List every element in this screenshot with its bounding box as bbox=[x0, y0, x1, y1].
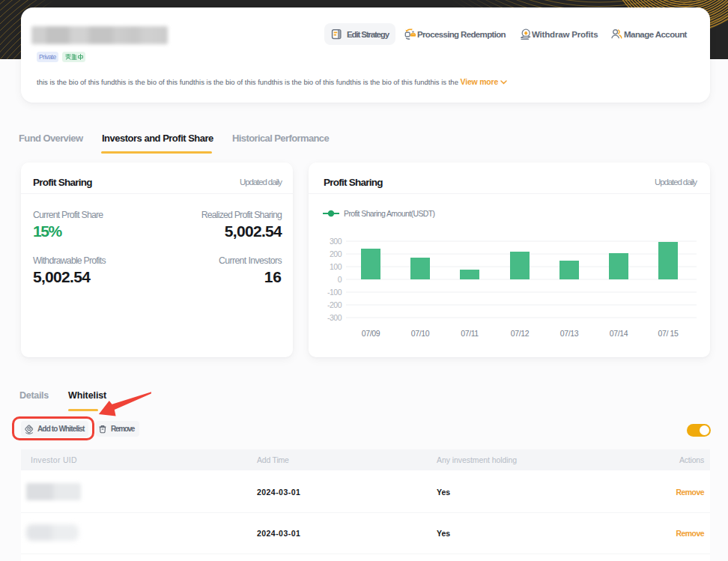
svg-text:100: 100 bbox=[330, 262, 342, 271]
svg-text:-300: -300 bbox=[327, 313, 342, 322]
svg-text:-100: -100 bbox=[327, 288, 342, 297]
svg-text:07/ 15: 07/ 15 bbox=[658, 329, 679, 338]
svg-text:200: 200 bbox=[330, 249, 342, 258]
svg-text:-200: -200 bbox=[327, 300, 342, 309]
svg-text:300: 300 bbox=[330, 237, 342, 246]
svg-text:07/09: 07/09 bbox=[362, 329, 380, 338]
svg-text:07/13: 07/13 bbox=[560, 329, 579, 338]
svg-text:07/14: 07/14 bbox=[610, 329, 628, 338]
svg-text:07/11: 07/11 bbox=[461, 329, 479, 338]
svg-text:07/10: 07/10 bbox=[411, 329, 430, 338]
svg-text:0: 0 bbox=[338, 275, 342, 284]
svg-text:Profit Sharing Amount(USDT): Profit Sharing Amount(USDT) bbox=[344, 209, 435, 218]
svg-text:07/12: 07/12 bbox=[511, 329, 530, 338]
